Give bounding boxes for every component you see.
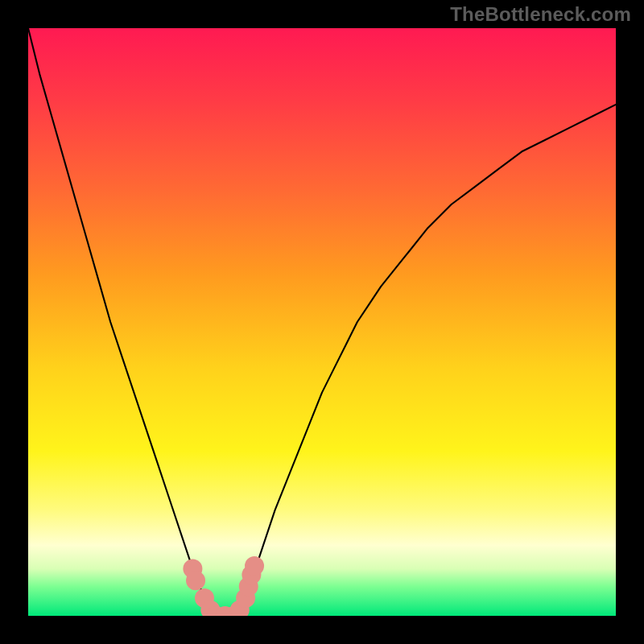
chart-plot-area	[28, 28, 616, 616]
highlight-marker	[186, 571, 205, 590]
highlight-marker	[245, 556, 264, 576]
watermark-label: TheBottleneck.com	[450, 3, 631, 26]
bottleneck-curve	[28, 28, 616, 616]
chart-svg	[28, 28, 616, 616]
